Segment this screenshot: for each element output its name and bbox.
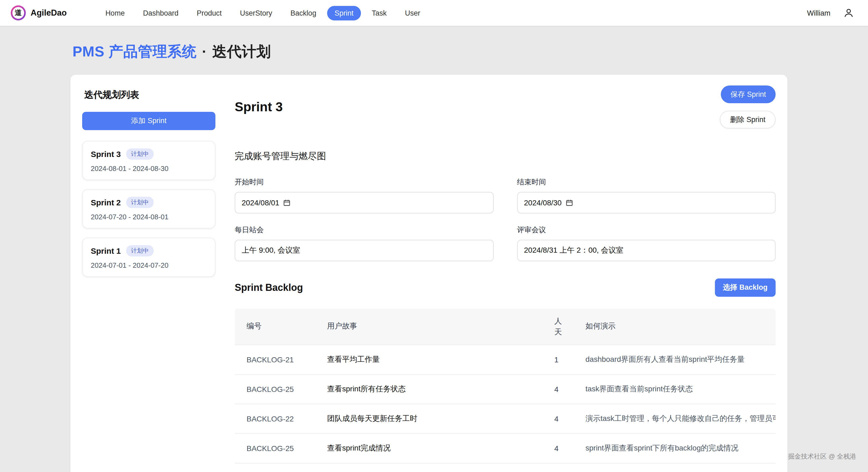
brand-name: AgileDao — [31, 8, 67, 18]
detail-actions: 保存 Sprint 删除 Sprint — [720, 86, 776, 128]
navbar-right: William — [807, 7, 857, 18]
cell-days: 1 — [545, 345, 576, 374]
main-card: 迭代规划列表 添加 Sprint Sprint 3 计划中 2024-08-01… — [70, 75, 787, 472]
col-header-story: 用户故事 — [317, 308, 545, 345]
sprint-name: Sprint 3 — [91, 149, 121, 158]
table-header-row: 编号 用户故事 人天 如何演示 — [235, 308, 776, 345]
table-row: BACKLOG-25 查看sprint所有任务状态 4 task界面查看当前sp… — [235, 374, 776, 404]
page-title-brand: PMS 产品管理系统 — [72, 43, 196, 60]
nav-item-user[interactable]: User — [398, 6, 428, 20]
delete-sprint-button[interactable]: 删除 Sprint — [720, 111, 776, 128]
end-time-input[interactable]: 2024/08/30 — [517, 192, 776, 213]
start-time-value: 2024/08/01 — [242, 198, 279, 207]
sprint-item-header: Sprint 3 计划中 — [91, 148, 207, 160]
sprint-list-item-1[interactable]: Sprint 1 计划中 2024-07-01 - 2024-07-20 — [82, 238, 215, 277]
cell-story: 查看sprint所有任务状态 — [317, 374, 545, 404]
field-start-time: 开始时间 2024/08/01 — [235, 177, 493, 213]
cell-demo: sprint界面查看sprint下所有backlog的完成情况 — [576, 433, 776, 463]
add-sprint-button[interactable]: 添加 Sprint — [82, 112, 215, 130]
brand: 道 AgileDao — [11, 5, 67, 21]
sidebar-heading: 迭代规划列表 — [84, 89, 215, 101]
navbar: 道 AgileDao Home Dashboard Product UserSt… — [0, 0, 868, 26]
sprint-goal-text: 完成账号管理与燃尽图 — [235, 150, 776, 163]
nav-item-backlog[interactable]: Backlog — [283, 6, 324, 20]
cell-demo: dashboard界面所有人查看当前sprint平均任务量 — [576, 345, 776, 374]
status-badge: 计划中 — [126, 245, 154, 257]
cell-id: BACKLOG-25 — [235, 374, 317, 404]
start-time-input[interactable]: 2024/08/01 — [235, 192, 493, 213]
daily-standup-value: 上午 9:00, 会议室 — [242, 246, 300, 255]
cell-id: BACKLOG-21 — [235, 345, 317, 374]
end-time-label: 结束时间 — [517, 177, 776, 187]
sprint-form: 开始时间 2024/08/01 结束时间 2024/08/30 — [235, 177, 776, 261]
sprint-dates: 2024-07-20 - 2024-08-01 — [91, 213, 207, 221]
field-review-meeting: 评审会议 2024/8/31 上午 2：00, 会议室 — [517, 225, 776, 261]
sprint-item-header: Sprint 1 计划中 — [91, 245, 207, 257]
sprint-name: Sprint 1 — [91, 246, 121, 255]
main-nav: Home Dashboard Product UserStory Backlog… — [98, 6, 428, 20]
status-badge: 计划中 — [126, 148, 154, 160]
sprint-list-item-2[interactable]: Sprint 2 计划中 2024-07-20 - 2024-08-01 — [82, 189, 215, 229]
review-meeting-input[interactable]: 2024/8/31 上午 2：00, 会议室 — [517, 240, 776, 261]
cell-id: BACKLOG-25 — [235, 433, 317, 463]
select-backlog-button[interactable]: 选择 Backlog — [715, 278, 776, 297]
username-label: William — [807, 9, 830, 17]
sprint-dates: 2024-07-01 - 2024-07-20 — [91, 261, 207, 269]
daily-standup-label: 每日站会 — [235, 225, 493, 235]
cell-story: 团队成员每天更新任务工时 — [317, 404, 545, 433]
logo-glyph: 道 — [12, 7, 24, 19]
table-row: BACKLOG-21 查看平均工作量 1 dashboard界面所有人查看当前s… — [235, 345, 776, 374]
nav-item-userstory[interactable]: UserStory — [232, 6, 280, 20]
col-header-days: 人天 — [545, 308, 576, 345]
start-time-label: 开始时间 — [235, 177, 493, 187]
page-title-separator: · — [202, 43, 207, 60]
col-header-demo: 如何演示 — [576, 308, 776, 345]
daily-standup-input[interactable]: 上午 9:00, 会议室 — [235, 240, 493, 261]
end-time-value: 2024/08/30 — [524, 198, 562, 207]
sprint-dates: 2024-08-01 - 2024-08-30 — [91, 165, 207, 173]
save-sprint-button[interactable]: 保存 Sprint — [721, 86, 776, 103]
field-end-time: 结束时间 2024/08/30 — [517, 177, 776, 213]
user-profile-icon[interactable] — [843, 7, 854, 18]
sprint-list-sidebar: 迭代规划列表 添加 Sprint Sprint 3 计划中 2024-08-01… — [82, 84, 215, 472]
app-viewport: 道 AgileDao Home Dashboard Product UserSt… — [0, 0, 868, 472]
review-meeting-value: 2024/8/31 上午 2：00, 会议室 — [524, 246, 623, 255]
backlog-section-header: Sprint Backlog 选择 Backlog — [235, 278, 776, 297]
sprint-detail-title: Sprint 3 — [235, 99, 283, 115]
table-row: BACKLOG-25 查看sprint完成情况 4 sprint界面查看spri… — [235, 433, 776, 463]
calendar-icon[interactable] — [283, 199, 290, 206]
sprint-list-item-3[interactable]: Sprint 3 计划中 2024-08-01 - 2024-08-30 — [82, 141, 215, 180]
detail-header: Sprint 3 保存 Sprint 删除 Sprint — [235, 86, 776, 128]
nav-item-home[interactable]: Home — [98, 6, 132, 20]
table-row: BACKLOG-22 团队成员每天更新任务工时 4 演示task工时管理，每个人… — [235, 404, 776, 433]
nav-item-product[interactable]: Product — [189, 6, 229, 20]
cell-story: 查看sprint完成情况 — [317, 433, 545, 463]
cell-days: 4 — [545, 404, 576, 433]
cell-story: 查看平均工作量 — [317, 345, 545, 374]
page-title: PMS 产品管理系统·迭代计划 — [72, 42, 868, 61]
field-daily-standup: 每日站会 上午 9:00, 会议室 — [235, 225, 493, 261]
sprint-name: Sprint 2 — [91, 198, 121, 207]
nav-item-task[interactable]: Task — [364, 6, 394, 20]
cell-days: 4 — [545, 374, 576, 404]
agiledao-logo-icon: 道 — [11, 5, 26, 21]
cell-demo: 演示task工时管理，每个人只能修改自己的任务，管理员可 — [576, 404, 776, 433]
col-header-id: 编号 — [235, 308, 317, 345]
cell-days: 4 — [545, 433, 576, 463]
review-meeting-label: 评审会议 — [517, 225, 776, 235]
watermark-text: 掘金技术社区 @ 全栈港 — [788, 452, 856, 461]
backlog-table: 编号 用户故事 人天 如何演示 BACKLOG-21 查看平均工作量 1 das… — [235, 308, 776, 463]
nav-item-sprint[interactable]: Sprint — [327, 6, 361, 20]
cell-demo: task界面查看当前sprint任务状态 — [576, 374, 776, 404]
calendar-icon[interactable] — [565, 199, 573, 206]
sprint-detail-panel: Sprint 3 保存 Sprint 删除 Sprint 完成账号管理与燃尽图 … — [215, 84, 776, 472]
cell-id: BACKLOG-22 — [235, 404, 317, 433]
status-badge: 计划中 — [126, 197, 154, 208]
backlog-section-title: Sprint Backlog — [235, 282, 303, 293]
page-title-section: 迭代计划 — [212, 43, 271, 60]
sprint-item-header: Sprint 2 计划中 — [91, 197, 207, 208]
nav-item-dashboard[interactable]: Dashboard — [135, 6, 186, 20]
